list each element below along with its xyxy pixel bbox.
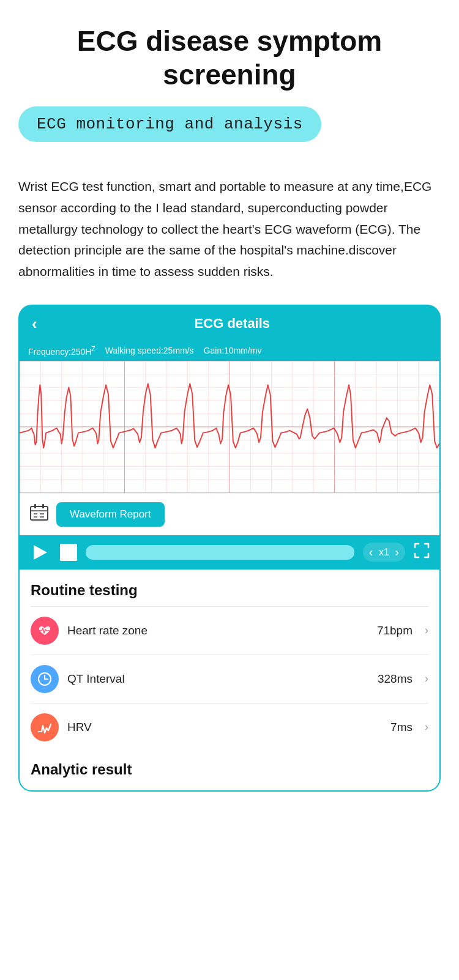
- qt-interval-label: QT Interval: [67, 672, 369, 686]
- waveform-report-button[interactable]: Waveform Report: [56, 502, 165, 527]
- qt-interval-icon: [31, 665, 59, 693]
- heart-rate-icon: [31, 617, 59, 645]
- main-title: ECG disease symptom screening: [18, 24, 441, 92]
- svg-rect-40: [42, 504, 44, 508]
- report-icon: [29, 503, 49, 526]
- routine-section: Routine testing Heart rate zone 71bpm ›: [20, 570, 439, 751]
- speed-control: ‹ x1 ›: [363, 543, 405, 562]
- fullscreen-button[interactable]: [414, 543, 430, 562]
- ecg-stats-row: Frequency:250HZ Walking speed:25mm/s Gai…: [20, 342, 439, 362]
- speed-decrease-button[interactable]: ‹: [369, 545, 373, 559]
- play-button[interactable]: [29, 541, 51, 563]
- ecg-waveform-svg: [20, 361, 439, 493]
- stop-button[interactable]: [60, 544, 77, 561]
- ecg-header: ‹ ECG details: [20, 306, 439, 342]
- walking-speed-stat: Walking speed:25mm/s: [105, 346, 194, 355]
- routine-section-title: Routine testing: [31, 582, 428, 599]
- qt-interval-row[interactable]: QT Interval 328ms ›: [31, 655, 428, 703]
- analytic-section: Analytic result: [20, 751, 439, 790]
- device-card: ‹ ECG details Frequency:250HZ Walking sp…: [18, 305, 441, 792]
- hrv-value: 7ms: [390, 721, 412, 734]
- back-button[interactable]: ‹: [32, 314, 37, 333]
- heart-rate-row[interactable]: Heart rate zone 71bpm ›: [31, 606, 428, 655]
- waveform-report-row: Waveform Report: [20, 493, 439, 535]
- ecg-chart-area: [20, 361, 439, 493]
- subtitle-badge: ECG monitoring and analysis: [18, 106, 321, 142]
- playback-bar: ‹ x1 ›: [20, 535, 439, 570]
- hrv-icon: [31, 713, 59, 741]
- speed-value: x1: [376, 547, 391, 558]
- analytic-section-title: Analytic result: [31, 761, 428, 778]
- svg-rect-39: [34, 504, 36, 508]
- description-text: Wrist ECG test function, smart and porta…: [18, 176, 441, 282]
- qt-interval-value: 328ms: [378, 672, 412, 686]
- gain-stat: Gain:10mm/mv: [204, 346, 262, 355]
- ecg-title: ECG details: [37, 316, 427, 332]
- hrv-chevron: ›: [425, 721, 428, 733]
- heart-rate-value: 71bpm: [377, 624, 412, 637]
- svg-rect-37: [31, 507, 48, 520]
- qt-interval-chevron: ›: [425, 672, 428, 685]
- hrv-label: HRV: [67, 721, 382, 734]
- hrv-row[interactable]: HRV 7ms ›: [31, 703, 428, 751]
- progress-track[interactable]: [86, 545, 354, 560]
- heart-rate-chevron: ›: [425, 624, 428, 637]
- play-icon: [34, 545, 47, 560]
- speed-increase-button[interactable]: ›: [395, 545, 399, 559]
- heart-rate-label: Heart rate zone: [67, 624, 368, 637]
- frequency-stat: Frequency:250HZ: [28, 346, 95, 357]
